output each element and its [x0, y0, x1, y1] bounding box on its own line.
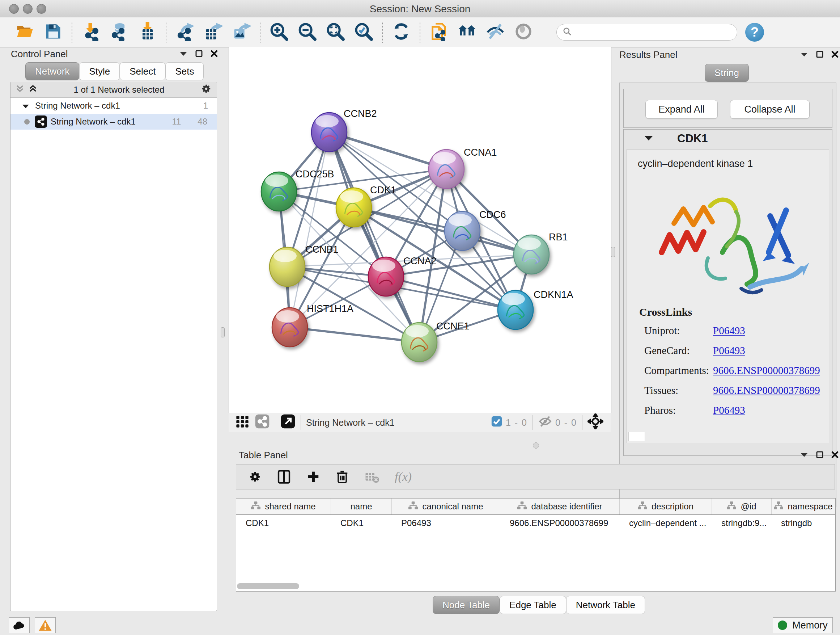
zoom-out-button[interactable]	[293, 21, 321, 44]
zoom-selected-button[interactable]	[349, 21, 378, 44]
tab-string[interactable]: String	[705, 64, 749, 82]
panel-close-icon[interactable]	[210, 50, 218, 57]
open-in-window-icon[interactable]	[280, 414, 295, 431]
hide-selection-button[interactable]	[481, 21, 509, 44]
hidden-eye-slash-icon[interactable]	[538, 414, 553, 431]
node-label-CDC25B: CDC25B	[295, 169, 334, 180]
crosslink-link[interactable]: 9606.ENSP00000378699	[713, 364, 820, 377]
column-header-description[interactable]: description	[620, 499, 712, 515]
collapse-all-icon[interactable]	[16, 84, 24, 96]
node-HIST1H1A[interactable]: HIST1H1A	[272, 303, 354, 347]
import-network-from-database-button[interactable]	[105, 21, 133, 44]
panel-close-icon[interactable]	[831, 51, 838, 58]
zoom-in-button[interactable]	[265, 21, 293, 44]
tab-sets[interactable]: Sets	[165, 62, 204, 80]
tab-network-table[interactable]: Network Table	[566, 596, 645, 614]
edge-CCNB2-HIST1H1A[interactable]	[290, 132, 329, 327]
table-row[interactable]: CDK1CDK1P064939606.ENSP00000378699cyclin…	[236, 515, 835, 531]
scrollbar-thumb[interactable]	[237, 583, 299, 589]
collapse-all-button[interactable]: Collapse All	[730, 100, 810, 119]
zoom-fit-content-button[interactable]	[321, 21, 349, 44]
table-cell: cyclin–dependent ...	[620, 515, 712, 531]
export-network-button[interactable]	[171, 21, 199, 44]
network-canvas[interactable]: CCNB2CCNA1CDC25BCDK1CDC6RB1CCNB1CCNA2CDK…	[229, 47, 611, 413]
gear-icon[interactable]	[201, 83, 212, 96]
memory-button[interactable]: Memory	[773, 617, 833, 633]
refresh-view-button[interactable]	[387, 21, 415, 44]
expand-all-icon[interactable]	[28, 84, 37, 96]
tab-style[interactable]: Style	[79, 62, 120, 80]
tab-network[interactable]: Network	[25, 62, 79, 80]
export-image-button[interactable]	[227, 21, 256, 44]
cloud-button[interactable]	[9, 617, 30, 633]
toolbar-separator	[382, 22, 383, 43]
import-network-from-file-button[interactable]	[77, 21, 105, 44]
column-header-canonical-name[interactable]: canonical name	[392, 499, 500, 515]
panel-float-icon[interactable]	[816, 451, 823, 458]
table-gear-icon[interactable]	[248, 470, 262, 483]
tab-select[interactable]: Select	[120, 62, 165, 80]
import-table-from-file-button[interactable]	[133, 21, 161, 44]
export-table-button[interactable]	[199, 21, 227, 44]
edge-HIST1H1A-CCNE1[interactable]	[290, 327, 419, 342]
crosslink-link[interactable]: P06493	[713, 345, 745, 356]
crosslink-link[interactable]: 9606.ENSP00000378699	[713, 385, 820, 396]
add-column-icon[interactable]	[306, 470, 320, 484]
tree-expand-caret-icon[interactable]	[22, 101, 29, 111]
column-header-database-identifier[interactable]: database identifier	[500, 499, 620, 515]
column-header-name[interactable]: name	[331, 499, 392, 515]
column-header--id[interactable]: @id	[712, 499, 772, 515]
node-label-CDKN1A: CDKN1A	[534, 289, 573, 300]
new-network-document-button[interactable]	[425, 21, 453, 44]
help-button[interactable]: ?	[745, 23, 764, 42]
function-builder-icon[interactable]: f(x)	[395, 470, 412, 484]
crosslink-link[interactable]: P06493	[713, 404, 745, 416]
network-collection-row[interactable]: String Network – cdk1 1	[11, 98, 217, 114]
save-session-button[interactable]	[39, 21, 67, 44]
horizontal-scrollbar[interactable]	[237, 583, 834, 590]
grid-view-icon[interactable]	[235, 414, 249, 431]
panel-close-icon[interactable]	[831, 451, 838, 458]
column-header-shared-name[interactable]: shared name	[236, 499, 331, 515]
column-header-namespace[interactable]: namespace	[772, 499, 835, 515]
node-CDKN1A[interactable]: CDKN1A	[498, 289, 573, 329]
crosslink-row: Uniprot: P06493	[644, 325, 820, 337]
warnings-button[interactable]	[35, 617, 56, 633]
right-splitter-handle[interactable]	[611, 247, 615, 257]
panel-menu-caret-icon[interactable]	[800, 452, 808, 457]
panel-menu-caret-icon[interactable]	[800, 52, 808, 57]
open-session-button[interactable]	[11, 21, 39, 44]
main-toolbar: ?	[0, 17, 840, 48]
crosslinks-block: CrossLinks Uniprot: P06493 GeneCard: P06…	[644, 306, 820, 424]
edge-CCNB2-CCNA1[interactable]	[329, 132, 447, 169]
toolbar-separator	[166, 22, 166, 43]
selected-checkbox-icon[interactable]	[491, 415, 503, 430]
panel-float-icon[interactable]	[816, 51, 823, 58]
crosslink-link[interactable]: P06493	[713, 325, 745, 337]
network-share-icon[interactable]	[255, 414, 270, 431]
network-row[interactable]: String Network – cdk1 11 48	[11, 114, 217, 130]
search-input[interactable]	[576, 27, 731, 38]
tab-edge-table[interactable]: Edge Table	[500, 596, 566, 614]
node-CCNA2[interactable]: CCNA2	[368, 256, 437, 296]
expand-all-button[interactable]: Expand All	[645, 100, 718, 119]
panel-float-icon[interactable]	[195, 50, 202, 57]
network-view-title: String Network – cdk1	[306, 417, 395, 428]
node-RB1[interactable]: RB1	[514, 232, 568, 274]
left-splitter-handle[interactable]	[221, 327, 225, 337]
table-splitter-handle[interactable]	[533, 442, 539, 448]
node-CCNA1[interactable]: CCNA1	[429, 147, 497, 188]
home-views-button[interactable]	[453, 21, 481, 44]
show-column-icon[interactable]	[277, 470, 291, 484]
tab-node-table[interactable]: Node Table	[433, 596, 500, 614]
delete-table-icon[interactable]	[364, 469, 379, 485]
search-box[interactable]	[556, 24, 737, 41]
render-sphere-button[interactable]	[509, 21, 538, 44]
node-CCNE1[interactable]: CCNE1	[401, 321, 470, 362]
panel-menu-caret-icon[interactable]	[180, 51, 187, 56]
collapse-entry-caret-icon[interactable]	[644, 135, 653, 142]
fit-selected-crosshair-icon[interactable]	[587, 413, 603, 432]
node-CDC25B[interactable]: CDC25B	[261, 169, 334, 211]
delete-column-icon[interactable]	[335, 470, 349, 484]
status-bar: Memory	[0, 615, 840, 635]
